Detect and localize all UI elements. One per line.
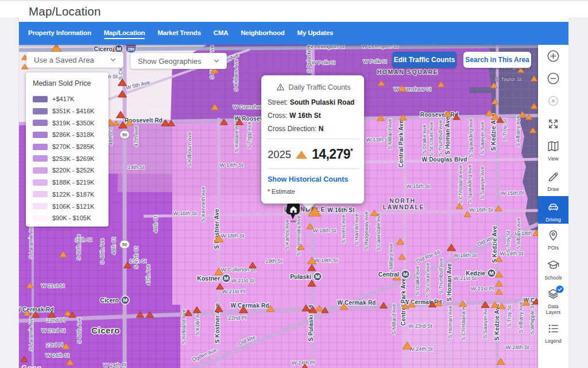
view-icon — [547, 140, 560, 153]
driving-icon — [547, 201, 560, 214]
saved-area-dropdown[interactable]: Use a Saved Area — [26, 52, 123, 68]
tab-market-trends[interactable]: Market Trends — [157, 27, 200, 40]
interstate-shield-290: 290 — [126, 45, 136, 53]
toolbar-legend[interactable]: Legend — [538, 322, 568, 344]
toolbar-zoom-out-button[interactable] — [538, 72, 568, 87]
tab-neighborhood[interactable]: Neighborhood — [241, 27, 284, 40]
popup-street-row: Street: South Pulaski Road — [268, 98, 359, 106]
svg-text:M: M — [117, 45, 121, 52]
street-label: 47th Ave — [145, 264, 151, 285]
street-label: W 21st Pl — [471, 286, 494, 292]
toolbar-data-layers[interactable]: DataLayers — [538, 288, 568, 315]
toolbar-pois[interactable]: POIs — [538, 229, 568, 251]
street-label: W 24th Pl — [292, 360, 315, 366]
toolbar-fullscreen-button[interactable] — [538, 117, 568, 133]
metro-station: CentralM — [378, 270, 409, 278]
show-historical-counts-link[interactable]: Show Historical Counts — [268, 175, 359, 183]
legend-label: $351K - $416K — [52, 108, 94, 114]
street-label: Central Park Ave — [400, 278, 407, 326]
street-label: S Albany Ave — [518, 302, 524, 334]
legend-label: $220K - $252K — [52, 167, 94, 174]
tab-my-updates[interactable]: My Updates — [297, 27, 334, 40]
toolbar-draw[interactable]: Draw — [538, 170, 568, 192]
tab-map-location[interactable]: Map/Location — [104, 27, 145, 40]
metro-station-label: Cicero — [94, 45, 113, 52]
toolbar-driving[interactable]: Driving — [538, 196, 568, 224]
street-label: S Kedzie Ave — [492, 226, 498, 263]
toolbar-zoom-in-button[interactable] — [538, 49, 568, 65]
street-label: 23rd Pl — [46, 342, 63, 348]
street-label: S Drake Ave — [421, 124, 427, 154]
street-label: W 18th St — [221, 233, 245, 239]
street-label: W 14th St — [220, 162, 243, 168]
chevron-down-icon — [212, 57, 220, 65]
street-label: S 49th Ave — [99, 239, 105, 264]
street-label: S Karlov Ave — [284, 219, 290, 250]
legend-swatch — [33, 108, 48, 114]
legend-swatch — [33, 191, 48, 197]
toolbar-data-layers-label: DataLayers — [538, 304, 568, 315]
street-label: W 21st St — [454, 275, 477, 281]
street-label: HOMAN SQUARE — [377, 68, 439, 75]
street-label: S Christiana Ave — [461, 301, 466, 341]
street-label: W 18th St — [313, 228, 336, 233]
zoom-in-icon — [547, 49, 560, 63]
show-geographies-dropdown[interactable]: Show Geographies — [130, 53, 227, 69]
street-label: W 19th St — [500, 251, 524, 256]
street-label: W 19th St — [454, 252, 477, 258]
street-label: 48th Ct — [108, 128, 114, 145]
popup-divider — [268, 139, 359, 139]
legend-label: $319K - $350K — [52, 120, 94, 126]
street-label: W 21st St — [231, 278, 255, 283]
street-label: LAWNDALE — [383, 204, 424, 210]
legend-swatch — [33, 203, 48, 209]
draw-icon — [547, 170, 560, 183]
street-label: S Albany Ave — [516, 218, 521, 250]
legend-row: $188K - $219K — [33, 177, 109, 189]
tab-property-information[interactable]: Property Information — [28, 27, 91, 40]
legend-row: $106K - $121K — [33, 200, 109, 212]
metro-station-label: Kedzie — [466, 270, 485, 277]
toolbar-view[interactable]: View — [538, 140, 568, 162]
legend-label: $122K - $187K — [52, 191, 94, 198]
street-label: W Taylor St — [494, 76, 522, 82]
toolbar-schools[interactable]: Schools — [538, 259, 568, 281]
street-label: S Laramie Ave — [28, 316, 34, 351]
street-label: S Sawyer Ave — [479, 121, 485, 155]
metro-station-label: Kostner — [197, 275, 220, 282]
street-label: S Sawyer Ave — [482, 305, 488, 339]
legend-label: $90K - $105K — [52, 214, 91, 221]
metro-station-label: Central — [378, 271, 399, 278]
street-label: 46th Ct — [153, 216, 158, 233]
street-label: W Douglas Blvd — [422, 156, 467, 163]
pois-icon — [547, 229, 560, 242]
toolbar-pois-label: POIs — [538, 245, 568, 251]
popup-direction-row: Cross Direction: N — [268, 125, 359, 133]
street-label: S Spaulding Ave — [468, 118, 474, 158]
street-label: W 13th St — [366, 137, 390, 143]
street-label: Roosevelt Rd — [420, 112, 458, 118]
metro-station: KostnerM — [197, 274, 230, 282]
popup-year: 2025 — [268, 148, 291, 161]
legend-title: Median Sold Price — [33, 79, 109, 87]
legend-icon — [547, 322, 560, 335]
legend-rows: +$417K$351K - $416K$319K - $350K$286K - … — [33, 93, 109, 224]
street-label: W 21st St — [41, 283, 65, 289]
street-label: W Lexington St — [362, 45, 398, 49]
street-label: S 50th Ave — [76, 235, 82, 260]
street-label: W 19th St — [315, 258, 338, 263]
legend-label: $106K - $121K — [52, 203, 94, 210]
tab-cma[interactable]: CMA — [214, 27, 229, 40]
route-shield-50: 50 — [120, 131, 130, 139]
toolbar-locate-button[interactable] — [538, 94, 568, 110]
street-label: 48th Ct — [111, 237, 117, 255]
street-label: S Kilbourn Ave — [187, 132, 192, 167]
street-label: S Laramie Ave — [28, 224, 34, 259]
street-label: S Homan Ave — [444, 117, 451, 155]
edit-traffic-counts-button[interactable]: Edit Traffic Counts — [392, 52, 457, 68]
popup-street-value: South Pulaski Road — [290, 98, 355, 106]
street-label: S Homan Ave — [446, 263, 452, 301]
legend-row: +$417K — [33, 93, 109, 105]
street-label: S St Louis Ave — [428, 122, 434, 156]
search-this-area-button[interactable]: Search in This Area — [463, 52, 531, 68]
